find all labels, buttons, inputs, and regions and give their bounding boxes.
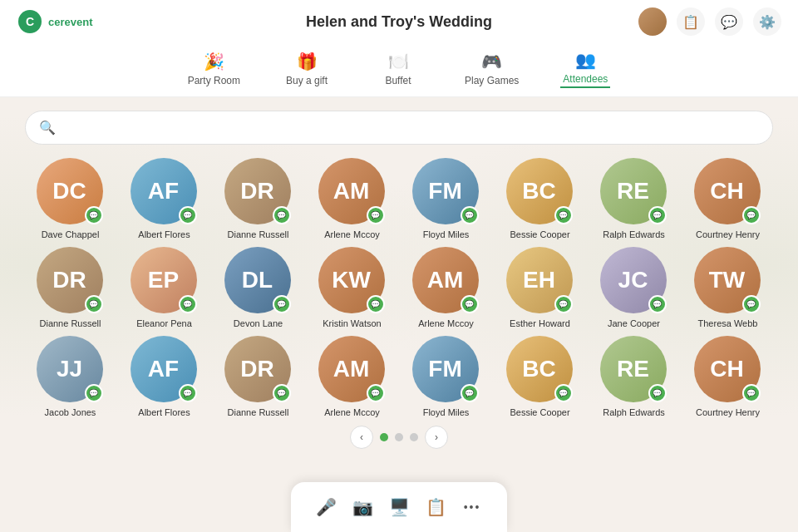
attendee-card[interactable]: AM💬Arlene Mccoy [401, 247, 491, 329]
avatar-wrap: JC💬 [600, 247, 668, 315]
chat-badge[interactable]: 💬 [648, 295, 667, 313]
attendee-card[interactable]: DL💬Devon Lane [213, 247, 303, 329]
chat-badge[interactable]: 💬 [273, 206, 291, 224]
attendee-card[interactable]: CH💬Courtney Henry [682, 158, 773, 240]
chat-badge[interactable]: 💬 [85, 384, 103, 402]
attendee-name: Courtney Henry [696, 407, 760, 418]
chat-badge[interactable]: 💬 [367, 384, 385, 402]
nav-attendees-label: Attendees [563, 73, 608, 85]
avatar-wrap: DC💬 [37, 158, 105, 226]
attendee-card[interactable]: DR💬Dianne Russell [25, 247, 116, 329]
attendee-card[interactable]: JC💬Jane Cooper [589, 247, 679, 329]
more-options-button[interactable]: ••• [457, 492, 487, 522]
notifications-button[interactable]: 📋 [677, 7, 705, 36]
svg-text:C: C [26, 15, 34, 28]
page-dot-2[interactable] [395, 433, 403, 441]
attendee-card[interactable]: BC💬Bessie Cooper [495, 158, 585, 240]
attendee-card[interactable]: BC💬Bessie Cooper [495, 336, 585, 418]
attendee-card[interactable]: KW💬Kristin Watson [307, 247, 397, 329]
avatar-wrap: DR💬 [224, 336, 293, 404]
nav-play-games[interactable]: 🎮 Play Games [465, 52, 519, 86]
attendees-row-1: DC💬Dave ChappelAF💬Albert FloresDR💬Dianne… [25, 158, 773, 240]
chat-badge[interactable]: 💬 [179, 295, 197, 313]
chat-button[interactable]: 💬 [715, 7, 743, 36]
attendee-card[interactable]: RE💬Ralph Edwards [589, 158, 679, 240]
chat-badge[interactable]: 💬 [742, 384, 761, 402]
buffet-icon: 🍽️ [388, 52, 409, 71]
attendee-card[interactable]: EP💬Eleanor Pena [119, 247, 209, 329]
nav-buffet[interactable]: 🍽️ Buffet [373, 52, 423, 86]
chat-badge[interactable]: 💬 [648, 384, 667, 402]
party-room-icon: 🎉 [204, 52, 224, 71]
chat-badge[interactable]: 💬 [742, 206, 761, 224]
nav-buy-gift[interactable]: 🎁 Buy a gift [282, 52, 332, 86]
chat-badge[interactable]: 💬 [648, 206, 667, 224]
attendee-card[interactable]: DR💬Dianne Russell [213, 336, 303, 418]
bottom-toolbar: 🎤 📷 🖥️ 📋 ••• [291, 482, 507, 532]
attendee-card[interactable]: FM💬Floyd Miles [401, 158, 491, 240]
attendee-card[interactable]: AM💬Arlene Mccoy [307, 336, 397, 418]
user-avatar[interactable] [638, 7, 667, 36]
chat-badge[interactable]: 💬 [461, 384, 479, 402]
attendee-name: Dianne Russell [228, 229, 289, 240]
attendee-card[interactable]: CH💬Courtney Henry [682, 336, 773, 418]
attendee-card[interactable]: AF💬Albert Flores [119, 336, 209, 418]
nav-attendees[interactable]: 👥 Attendees [560, 50, 610, 88]
avatar-wrap: FM💬 [412, 158, 480, 226]
attendee-name: Ralph Edwards [603, 229, 665, 240]
page-dot-1[interactable] [380, 433, 388, 441]
attendee-name: Bessie Cooper [510, 229, 569, 240]
avatar-wrap: BC💬 [506, 336, 574, 404]
attendee-name: Ralph Edwards [603, 407, 665, 418]
attendee-card[interactable]: JJ💬Jacob Jones [25, 336, 116, 418]
attendee-card[interactable]: EH💬Esther Howard [495, 247, 585, 329]
search-bar: 🔍 [25, 111, 773, 145]
attendee-card[interactable]: FM💬Floyd Miles [401, 336, 491, 418]
attendee-name: Kristin Watson [323, 318, 382, 329]
chat-badge[interactable]: 💬 [273, 295, 291, 313]
chat-badge[interactable]: 💬 [367, 206, 385, 224]
attendee-card[interactable]: AM💬Arlene Mccoy [307, 158, 397, 240]
avatar-wrap: AF💬 [131, 158, 199, 226]
avatar-wrap: TW💬 [694, 247, 762, 315]
chat-badge[interactable]: 💬 [85, 295, 103, 313]
attendee-card[interactable]: TW💬Theresa Webb [682, 247, 773, 329]
chat-badge[interactable]: 💬 [179, 384, 197, 402]
chat-badge[interactable]: 💬 [461, 295, 479, 313]
chat-badge[interactable]: 💬 [461, 206, 479, 224]
chat-badge[interactable]: 💬 [179, 206, 197, 224]
attendee-name: Dave Chappel [42, 229, 100, 240]
attendee-card[interactable]: DC💬Dave Chappel [25, 158, 116, 240]
chat-badge[interactable]: 💬 [554, 206, 573, 224]
attendee-card[interactable]: AF💬Albert Flores [119, 158, 209, 240]
search-input[interactable] [62, 121, 759, 135]
mic-button[interactable]: 🎤 [311, 492, 341, 522]
prev-page-button[interactable]: ‹ [350, 426, 373, 449]
chat-badge[interactable]: 💬 [273, 384, 291, 402]
attendee-card[interactable]: DR💬Dianne Russell [213, 158, 303, 240]
nav-bar: 🎉 Party Room 🎁 Buy a gift 🍽️ Buffet 🎮 Pl… [0, 43, 798, 97]
page-dot-3[interactable] [410, 433, 418, 441]
chat-badge[interactable]: 💬 [554, 384, 573, 402]
nav-party-room-label: Party Room [188, 75, 240, 86]
share-button[interactable]: 📋 [421, 492, 451, 522]
chat-badge[interactable]: 💬 [554, 295, 573, 313]
page-title: Helen and Troy's Wedding [306, 13, 492, 31]
chat-badge[interactable]: 💬 [367, 295, 385, 313]
settings-button[interactable]: ⚙️ [753, 7, 781, 36]
nav-party-room[interactable]: 🎉 Party Room [188, 52, 240, 86]
chat-badge[interactable]: 💬 [742, 295, 761, 313]
chat-badge[interactable]: 💬 [85, 206, 103, 224]
nav-buffet-label: Buffet [385, 75, 411, 86]
nav-play-games-label: Play Games [465, 75, 519, 86]
attendee-name: Jacob Jones [45, 407, 96, 418]
attendees-row-2: DR💬Dianne RussellEP💬Eleanor PenaDL💬Devon… [25, 247, 773, 329]
next-page-button[interactable]: › [425, 426, 448, 449]
avatar-wrap: JJ💬 [37, 336, 105, 404]
camera-button[interactable]: 📷 [347, 492, 377, 522]
logo-text: cerevent [48, 16, 92, 28]
avatar-wrap: AM💬 [318, 336, 387, 404]
screen-share-button[interactable]: 🖥️ [384, 492, 414, 522]
attendee-card[interactable]: RE💬Ralph Edwards [589, 336, 679, 418]
avatar-wrap: BC💬 [506, 158, 574, 226]
